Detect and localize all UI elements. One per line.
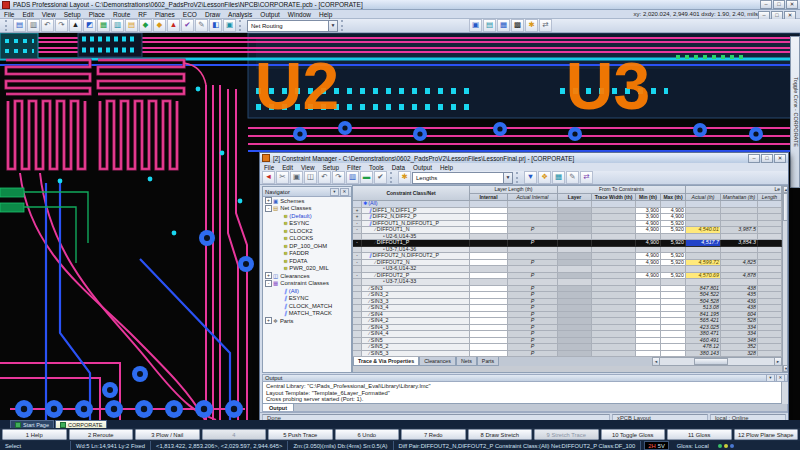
col-min[interactable]: Min (th) [636,194,661,201]
undo-icon[interactable]: ↶ [41,19,54,32]
save-icon[interactable]: ▤ [13,19,26,32]
cm-menu-item[interactable]: Help [436,164,457,171]
minimize-button[interactable]: – [760,0,772,9]
colgroup-lengths[interactable]: Le [686,186,782,194]
scrollbar-thumb[interactable] [783,193,788,221]
fkey-button[interactable]: 6 Undo [335,429,400,440]
toolbar-grip[interactable] [516,172,521,183]
fkey-button[interactable]: 8 Draw Stretch [468,429,533,440]
menu-item[interactable]: View [38,11,60,18]
scroll-down-icon[interactable]: ▼ [783,365,788,372]
menu-item[interactable]: Analysis [224,11,256,18]
edit-cell-icon[interactable]: ✎ [566,171,579,184]
sheet-tab[interactable]: Parts [477,357,499,366]
tree-item[interactable]: - Net Classes [263,205,351,213]
cm-menu-item[interactable]: Filter [343,164,365,171]
green-component[interactable] [0,188,24,197]
tree-item[interactable]: (Default) [263,212,351,220]
close-icon[interactable]: ✕ [776,374,785,382]
green-component[interactable] [0,203,24,212]
fkey-button[interactable]: 5 Push Trace [268,429,333,440]
pin-icon[interactable]: ▾ [330,188,339,196]
scrollbar-thumb[interactable] [694,358,728,365]
scroll-right-icon[interactable]: ► [774,357,782,366]
menu-item[interactable]: Help [315,11,336,18]
component-block-topleft[interactable] [0,33,38,59]
tree-expander[interactable]: - [265,205,272,212]
net-visibility-icon[interactable]: ▦ [497,19,510,32]
highlight-icon[interactable]: ✱ [525,19,538,32]
toolbar-grip[interactable] [5,20,10,31]
paste-icon[interactable]: ◫ [304,171,317,184]
menu-item[interactable]: Draw [201,11,224,18]
probe-icon[interactable]: ✎ [195,19,208,32]
toolbar-grip[interactable] [239,20,244,31]
fkey-button[interactable]: 12 Plow Plane Shape [734,429,799,440]
close-button[interactable]: ✕ [786,0,798,9]
group-edit-icon[interactable]: ❖ [538,171,551,184]
exit-icon[interactable]: ◄ [262,171,275,184]
scroll-up-icon[interactable]: ▲ [783,186,788,193]
fkey-button[interactable]: 3 Plow / Nail [135,429,200,440]
sync-icon[interactable]: ⇄ [580,171,593,184]
menu-item[interactable]: Place [85,11,109,18]
check-icon[interactable]: ✔ [181,19,194,32]
layers-icon[interactable]: ▤ [483,19,496,32]
display-options-icon[interactable]: ▥ [346,171,359,184]
col-actual[interactable]: Actual (th) [686,194,721,201]
tree-item[interactable]: + Parts [263,317,351,325]
menu-item[interactable]: Setup [60,11,85,18]
grid-icon[interactable]: ▥ [111,19,124,32]
tree-item[interactable]: MATCH_TRACK [263,310,351,318]
cm-menu-item[interactable]: Setup [319,164,343,171]
tree-item[interactable]: FADDR [263,250,351,258]
print-icon[interactable]: ▥ [27,19,40,32]
menu-item[interactable]: Edit [18,11,37,18]
tree-item[interactable]: + Clearances [263,272,351,280]
col-constraint-class-net[interactable]: Constraint Class/Net [353,186,470,201]
scroll-left-icon[interactable]: ◄ [652,357,660,366]
menu-item[interactable]: Output [256,11,284,18]
menu-item[interactable]: ECO [179,11,201,18]
col-max[interactable]: Max (th) [661,194,686,201]
tree-item[interactable]: CLOCK2 [263,227,351,235]
chevron-down-icon[interactable]: ▼ [503,173,512,183]
cm-close-button[interactable]: ✕ [774,154,786,163]
fkey-button[interactable]: 1 Help [2,429,67,440]
fkey-button[interactable]: 4 [202,429,267,440]
tree-item[interactable]: CLOCK_MATCH [263,302,351,310]
menu-item[interactable]: Window [284,11,315,18]
col-internal[interactable]: Internal [470,194,508,201]
fkey-button[interactable]: 11 Gloss [667,429,732,440]
grid-vertical-scrollbar[interactable]: ▲ ▼ [782,186,788,372]
plane-display-icon[interactable]: ▩ [511,19,524,32]
output-scrollbar[interactable] [781,382,788,404]
cm-menu-item[interactable]: Edit [278,164,297,171]
grid-horizontal-scrollbar[interactable]: ◄ ► [652,357,782,366]
toolbar-grip[interactable] [390,172,395,183]
measure-icon[interactable]: ⇄ [539,19,552,32]
fkey-button[interactable]: 9 Stretch Trace [534,429,599,440]
chevron-down-icon[interactable]: ▼ [328,21,337,31]
tree-item[interactable]: + Schemes [263,197,351,205]
doc-tab[interactable]: Start Page [10,420,54,428]
table-icon[interactable]: ▦ [552,171,565,184]
output-log[interactable]: Central Library: "C:\Pads_Professional_E… [262,382,788,404]
tree-item[interactable]: PWR_020_MIL [263,265,351,273]
tree-item[interactable]: - Constraint Classes [263,280,351,288]
sheet-icon[interactable]: ▤ [125,19,138,32]
browse-icon[interactable]: ▣ [223,19,236,32]
colgroup-from-to-constraints[interactable]: From To Constraints [558,186,686,194]
display-scheme-combo[interactable]: Net Routing ▼ [247,20,338,32]
cm-menu-item[interactable]: Tools [365,164,388,171]
menu-item[interactable]: Route [109,11,134,18]
hazard-icon[interactable]: ▲ [167,19,180,32]
layer-badge[interactable]: 2H 5V [644,441,669,450]
col-min-length[interactable]: Min Length (th) [758,194,782,201]
tree-item[interactable]: DP_100_OHM [263,242,351,250]
fkey-button[interactable]: 7 Redo [401,429,466,440]
doc-tab[interactable]: CORPORATE [55,420,107,428]
toolbar-grip[interactable] [341,20,346,31]
eco-icon[interactable]: ◧ [209,19,222,32]
cm-minimize-button[interactable]: – [748,154,760,163]
